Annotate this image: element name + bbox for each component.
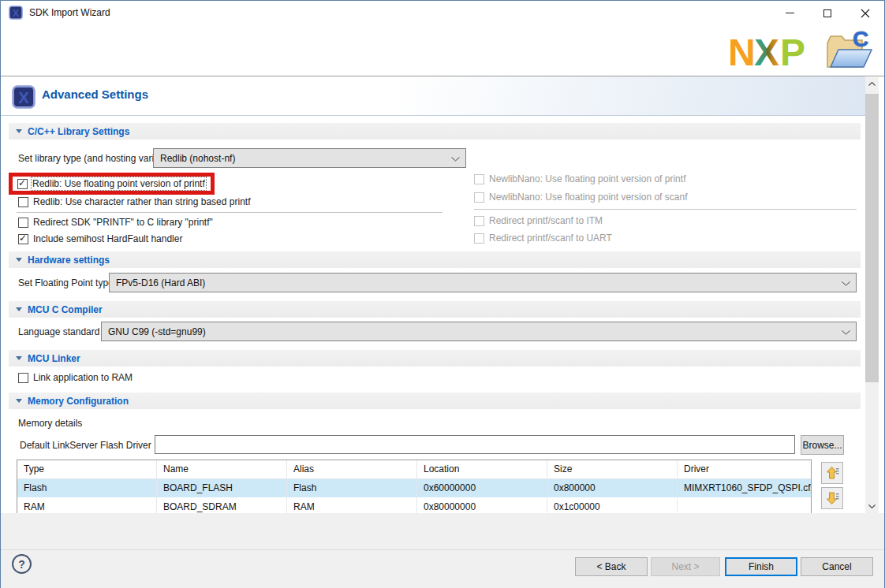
checkbox-redlib-char-printf[interactable]: Redlib: Use character rather than string… [18,195,250,208]
checkbox-newlibnano-float-printf[interactable]: NewlibNano: Use floating point version o… [474,173,685,185]
checkbox-icon [18,373,28,383]
section-header-linker[interactable]: MCU Linker [9,350,861,367]
floating-point-value: FPv5-D16 (Hard ABI) [116,277,205,288]
next-button-label: Next > [671,561,699,572]
bottom-bar [1,513,884,588]
annotation-highlight-box: Redlib: Use floating point version of pr… [9,173,215,195]
section-title: MCU C Compiler [28,304,103,315]
checkbox-link-to-ram[interactable]: Link application to RAM [18,371,133,384]
finish-button[interactable]: Finish [725,557,797,576]
scrollbar-thumb[interactable] [865,94,879,382]
library-type-label: Set library type (and hosting variant) [18,152,170,165]
back-button[interactable]: < Back [575,557,648,576]
cell-size: 0x800000 [547,479,678,497]
collapse-triangle-icon [16,307,22,311]
language-standard-select[interactable]: GNU C99 (-std=gnu99) [101,322,857,341]
checkbox-icon [474,216,484,226]
flash-driver-label: Default LinkServer Flash Driver [20,439,151,452]
section-header-memory[interactable]: Memory Configuration [9,393,861,409]
svg-text:X: X [18,89,29,106]
section-header-hardware[interactable]: Hardware settings [9,251,861,268]
titlebar: X SDK Import Wizard [1,1,884,25]
checkbox-icon [18,234,28,244]
section-title: Hardware settings [28,255,110,266]
svg-text:N: N [728,32,756,70]
checkbox-label: Include semihost HardFault handler [33,233,182,244]
checkbox-newlibnano-float-scanf[interactable]: NewlibNano: Use floating point version o… [474,191,687,203]
back-button-label: < Back [596,561,625,572]
scroll-up-button[interactable] [865,77,879,91]
vertical-scrollbar[interactable] [865,77,879,513]
section-header-library[interactable]: C/C++ Library Settings [9,123,861,140]
section-title: MCU Linker [28,353,80,364]
close-button[interactable] [846,1,884,25]
checkbox-redirect-sdk-printf[interactable]: Redirect SDK "PRINTF" to C library "prin… [18,216,213,229]
page-title: Advanced Settings [42,87,148,101]
flash-driver-input[interactable] [155,435,795,454]
checkbox-redlib-floating-printf[interactable]: Redlib: Use floating point version of pr… [17,177,205,190]
library-type-select[interactable]: Redlib (nohost-nf) [153,148,466,168]
scroll-up-icon [868,82,876,86]
svg-text:C: C [853,27,868,51]
checkbox-label: Link application to RAM [33,372,133,383]
checkbox-icon [18,218,28,228]
scroll-down-button[interactable] [865,500,879,513]
memory-table: Type Name Alias Location Size Driver Fla… [17,460,812,517]
chevron-down-icon [842,330,850,335]
help-button[interactable]: ? [12,554,32,574]
divider-left [17,212,442,213]
chevron-down-icon [842,281,850,286]
move-down-icon [825,491,839,505]
checkbox-label: Redlib: Use character rather than string… [33,196,250,207]
divider-right [474,209,857,210]
nxp-logo: N X P [728,32,816,70]
checkbox-icon [17,179,28,189]
window-title: SDK Import Wizard [29,1,110,25]
collapse-triangle-icon [16,129,22,133]
maximize-icon [823,9,831,17]
column-header[interactable]: Type [17,460,157,479]
checkbox-label: NewlibNano: Use floating point version o… [489,192,687,203]
next-button[interactable]: Next > [651,557,720,576]
column-header[interactable]: Alias [287,460,417,479]
sdk-import-wizard-window: X SDK Import Wizard N X P [0,0,885,588]
maximize-button[interactable] [808,1,846,25]
close-icon [861,9,870,18]
c-project-folder-icon: C [821,26,875,73]
column-header[interactable]: Size [547,460,678,479]
help-icon: ? [18,558,25,571]
checkbox-redirect-itm[interactable]: Redirect printf/scanf to ITM [474,214,603,227]
scroll-down-icon [868,504,876,508]
cell-name: BOARD_FLASH [157,479,287,497]
browse-button[interactable]: Browse... [801,435,844,455]
collapse-triangle-icon [16,258,22,262]
checkbox-label: Redirect printf/scanf to ITM [489,215,603,226]
button-bar-separator [1,549,884,550]
column-header[interactable]: Location [417,460,547,479]
floating-point-select[interactable]: FPv5-D16 (Hard ABI) [109,273,857,292]
chevron-down-icon [451,157,460,162]
checkbox-redirect-uart[interactable]: Redirect printf/scanf to UART [474,232,612,244]
table-row-flash[interactable]: Flash BOARD_FLASH Flash 0x60000000 0x800… [17,479,811,497]
checkbox-icon [474,192,484,203]
checkbox-icon [18,197,28,207]
column-header[interactable]: Driver [678,460,811,479]
cell-type: Flash [17,479,157,497]
move-up-button[interactable] [821,462,843,484]
section-header-compiler[interactable]: MCU C Compiler [9,301,861,318]
column-header[interactable]: Name [157,460,287,479]
move-up-icon [825,466,839,480]
cancel-button-label: Cancel [822,561,851,572]
checkbox-semihost-hardfault[interactable]: Include semihost HardFault handler [18,233,182,245]
cell-alias: Flash [287,479,417,497]
floating-point-label: Set Floating Point type [18,277,114,289]
move-down-button[interactable] [821,487,843,509]
collapse-triangle-icon [16,356,22,360]
section-title: Memory Configuration [28,396,129,407]
svg-text:X: X [13,8,20,19]
cancel-button[interactable]: Cancel [801,557,873,576]
minimize-button[interactable] [771,1,808,25]
minimize-icon [786,13,794,13]
checkbox-label: Redlib: Use floating point version of pr… [32,178,205,189]
browse-button-label: Browse... [802,440,842,451]
